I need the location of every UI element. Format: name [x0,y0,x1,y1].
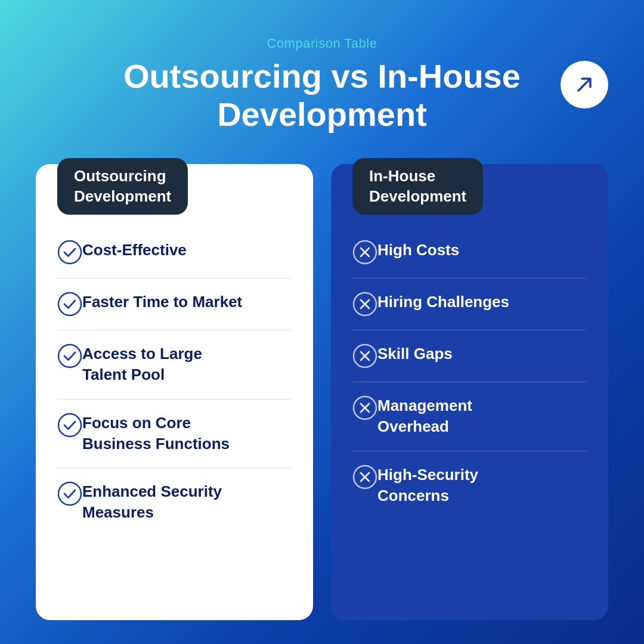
inhouse-label: In-HouseDevelopment [352,158,483,215]
check-icon [57,240,82,265]
item-label: Hiring Challenges [377,292,509,312]
page-title: Outsourcing vs In-House Development [36,57,608,134]
x-icon [352,465,377,490]
svg-point-2 [58,345,81,367]
item-label: Enhanced SecurityMeasures [82,481,222,523]
list-item: High Costs [352,227,587,278]
inhouse-items: High Costs Hiring Challenges Skill Gaps [331,227,608,519]
item-label: Faster Time to Market [82,292,242,312]
item-label: Access to LargeTalent Pool [82,343,202,385]
list-item: Hiring Challenges [352,278,587,330]
list-item: High-SecurityConcerns [352,451,587,519]
check-icon [57,413,82,438]
inhouse-card: In-HouseDevelopment High Costs Hiring Ch… [331,164,608,620]
list-item: Skill Gaps [352,330,587,382]
check-icon [57,292,82,317]
page-subtitle: Comparison Table [36,36,608,51]
outsourcing-items: Cost-Effective Faster Time to Market Acc… [36,227,313,536]
x-icon [352,395,377,420]
check-icon [57,481,82,506]
x-icon [352,240,377,265]
item-label: Focus on CoreBusiness Functions [82,413,230,454]
svg-point-3 [58,414,81,436]
page-header: Comparison Table Outsourcing vs In-House… [36,36,608,134]
list-item: Focus on CoreBusiness Functions [57,400,292,468]
item-label: Skill Gaps [377,343,453,364]
item-label: High-SecurityConcerns [377,465,478,506]
arrow-button[interactable] [561,61,608,109]
item-label: High Costs [377,240,459,261]
svg-point-1 [58,293,81,315]
outsourcing-card: OutsourcingDevelopment Cost-Effective Fa… [36,164,313,620]
outsourcing-label: OutsourcingDevelopment [57,158,188,215]
list-item: Enhanced SecurityMeasures [57,468,292,536]
list-item: Faster Time to Market [57,278,292,330]
comparison-columns: OutsourcingDevelopment Cost-Effective Fa… [36,164,608,620]
item-label: Cost-Effective [82,240,187,261]
svg-point-0 [58,241,81,264]
svg-point-4 [58,482,81,505]
check-icon [57,343,82,369]
item-label: ManagementOverhead [377,395,472,437]
list-item: Access to LargeTalent Pool [57,330,292,399]
x-icon [352,292,377,317]
list-item: Cost-Effective [57,227,292,278]
list-item: ManagementOverhead [352,382,587,451]
x-icon [352,343,377,369]
